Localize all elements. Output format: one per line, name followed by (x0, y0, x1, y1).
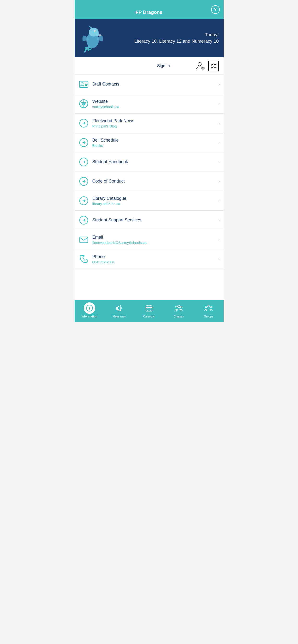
school-logo: FP (79, 24, 106, 52)
groups-nav-icon (203, 302, 214, 314)
list-item-phone[interactable]: Phone 604-597-2301 › (75, 250, 224, 269)
svg-point-7 (98, 34, 101, 36)
link-arrow-circle-icon (77, 117, 90, 130)
library-catalogue-subtitle: library.sd36.bc.ca (92, 202, 217, 206)
messages-nav-label: Messages (112, 315, 126, 318)
website-subtitle: surreyschools.ca (92, 105, 217, 109)
svg-rect-35 (80, 237, 88, 243)
groups-nav-label: Groups (204, 315, 213, 318)
classes-nav-label: Classes (174, 315, 184, 318)
nav-item-classes[interactable]: Classes (164, 302, 194, 318)
top-bar: FP Dragons ? (75, 0, 224, 19)
staff-contacts-title: Staff Contacts (92, 82, 217, 87)
student-handbook-icon (77, 156, 90, 168)
email-content: Email fleetwoodpark@SurreySchools.ca (90, 234, 217, 244)
svg-point-50 (175, 306, 177, 308)
list-item-student-handbook[interactable]: Student Handbook › (75, 152, 224, 172)
svg-point-10 (203, 68, 203, 69)
staff-contacts-content: Staff Contacts (90, 82, 217, 87)
chevron-icon: › (216, 102, 220, 106)
phone-subtitle: 604-597-2301 (92, 260, 217, 264)
student-support-icon (77, 214, 90, 226)
today-label: Today: (205, 32, 219, 37)
bottom-navigation: i Information Messages (75, 300, 224, 322)
svg-point-52 (208, 305, 209, 307)
chevron-icon: › (216, 82, 220, 86)
svg-text:i: i (89, 306, 90, 310)
svg-point-22 (81, 83, 83, 85)
chevron-icon: › (216, 218, 220, 222)
phone-content: Phone 604-597-2301 (90, 254, 217, 264)
website-title: Website (92, 99, 217, 104)
list-item-website[interactable]: Website surreyschools.ca › (75, 94, 224, 114)
svg-text:FP: FP (84, 46, 92, 52)
svg-point-45 (150, 308, 151, 309)
today-events: Literacy 10, Literacy 12 and Numeracy 10 (134, 38, 219, 44)
list-item-student-support[interactable]: Student Support Services › (75, 210, 224, 230)
list-item-bell-schedule[interactable]: Bell Schedule Blocks › (75, 133, 224, 152)
list-item-code-of-conduct[interactable]: Code of Conduct › (75, 172, 224, 191)
list-item-fleetwood-news[interactable]: Fleetwood Park News Principal's Blog › (75, 114, 224, 133)
signin-label[interactable]: Sign In (137, 64, 190, 68)
svg-line-17 (204, 67, 204, 68)
nav-item-messages[interactable]: Messages (104, 302, 134, 318)
bell-schedule-subtitle: Blocks (92, 144, 217, 148)
checklist-button[interactable] (208, 60, 219, 71)
app-title: FP Dragons (135, 10, 163, 15)
student-support-content: Student Support Services (90, 217, 217, 223)
list-item-staff-contacts[interactable]: Staff Contacts › (75, 75, 224, 94)
svg-point-46 (147, 310, 148, 311)
menu-list: Staff Contacts › Website surreyschools.c… (75, 75, 224, 300)
chevron-icon: › (216, 198, 220, 203)
fleetwood-news-subtitle: Principal's Blog (92, 124, 217, 128)
staff-card-icon (77, 78, 90, 90)
svg-line-16 (204, 70, 204, 70)
bell-schedule-icon (77, 136, 90, 149)
signin-row: Sign In (75, 57, 224, 75)
email-title: Email (92, 234, 217, 240)
list-item-library-catalogue[interactable]: Library Catalogue library.sd36.bc.ca › (75, 191, 224, 210)
nav-item-information[interactable]: i Information (75, 302, 104, 318)
phone-title: Phone (92, 254, 217, 260)
fleetwood-news-title: Fleetwood Park News (92, 118, 217, 124)
chevron-icon: › (216, 160, 220, 164)
classes-nav-icon (173, 302, 185, 314)
chevron-icon: › (216, 140, 220, 145)
phone-icon (77, 253, 90, 265)
svg-line-18 (202, 70, 202, 70)
chevron-icon: › (216, 238, 220, 242)
nav-item-calendar[interactable]: Calendar (134, 302, 164, 318)
chevron-icon: › (216, 121, 220, 125)
help-button[interactable]: ? (211, 5, 220, 14)
svg-point-51 (181, 306, 182, 308)
student-support-title: Student Support Services (92, 217, 217, 223)
library-catalogue-icon (77, 194, 90, 207)
link-arrow-icon (77, 98, 90, 110)
svg-point-44 (149, 308, 150, 309)
website-content: Website surreyschools.ca (90, 99, 217, 109)
calendar-nav-icon (143, 302, 155, 314)
list-item-email[interactable]: Email fleetwoodpark@SurreySchools.ca › (75, 230, 224, 250)
information-nav-label: Information (82, 315, 97, 318)
svg-marker-5 (89, 26, 92, 28)
library-catalogue-title: Library Catalogue (92, 196, 217, 201)
svg-point-54 (210, 306, 212, 308)
svg-point-48 (150, 310, 151, 311)
svg-point-47 (149, 310, 150, 311)
svg-point-4 (95, 31, 95, 32)
code-of-conduct-title: Code of Conduct (92, 178, 217, 184)
student-handbook-content: Student Handbook (90, 159, 217, 164)
svg-line-15 (202, 67, 202, 68)
svg-point-8 (198, 62, 201, 66)
library-catalogue-content: Library Catalogue library.sd36.bc.ca (90, 196, 217, 206)
email-icon (77, 233, 90, 246)
chevron-icon: › (216, 257, 220, 261)
chevron-icon: › (216, 179, 220, 184)
fleetwood-news-content: Fleetwood Park News Principal's Blog (90, 118, 217, 128)
user-settings-button[interactable] (195, 60, 205, 71)
svg-point-53 (205, 306, 207, 308)
banner: FP Today: Literacy 10, Literacy 12 and N… (75, 19, 224, 57)
nav-item-groups[interactable]: Groups (194, 302, 223, 318)
messages-nav-icon (113, 302, 125, 314)
svg-point-2 (94, 32, 99, 36)
